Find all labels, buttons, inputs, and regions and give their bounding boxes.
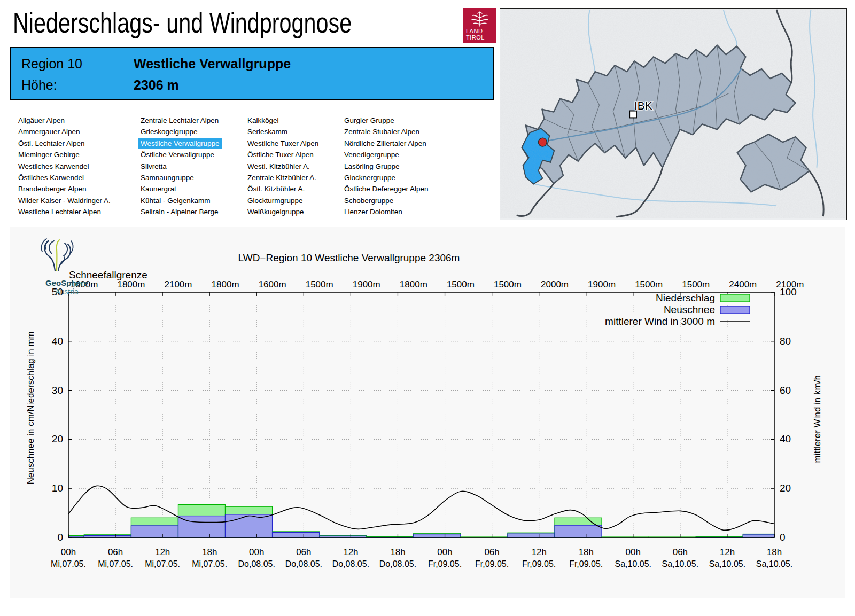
- legend-label: Niederschlag: [656, 292, 715, 303]
- ytick-label-right: 40: [780, 433, 791, 445]
- region-list-item[interactable]: Ammergauer Alpen: [18, 128, 80, 136]
- xtick-time-label: 12h: [155, 547, 170, 557]
- region-list-item[interactable]: Allgäuer Alpen: [18, 116, 65, 124]
- region-list-item[interactable]: Westliche Tuxer Alpen: [247, 139, 318, 147]
- region-list-item[interactable]: Gurgler Gruppe: [344, 116, 394, 124]
- region-list-item-selected[interactable]: Westliche Verwallgruppe: [138, 138, 222, 149]
- xtick-day-label: Mi,07.05.: [192, 559, 227, 568]
- region-list-item[interactable]: Serleskamm: [247, 128, 287, 136]
- snowline-value: 1500m: [447, 279, 475, 290]
- xtick-day-label: Fr,09.05.: [475, 559, 509, 568]
- region-list-item[interactable]: Wilder Kaiser - Waidringer A.: [18, 197, 111, 205]
- snowline-value: 1800m: [212, 279, 239, 290]
- xtick-time-label: 00h: [61, 547, 76, 557]
- region-list-item[interactable]: Östliche Verwallgruppe: [141, 151, 214, 159]
- region-list-item[interactable]: Kühtai - Geigenkamm: [141, 197, 211, 205]
- forecast-page: Niederschlags- und Windprognose LAND TIR…: [0, 0, 855, 616]
- bar-neuschnee: [178, 516, 225, 537]
- region-list-item[interactable]: Mieminger Gebirge: [18, 151, 80, 159]
- ibk-marker: [629, 111, 636, 118]
- region-list-item[interactable]: Kalkkögel: [247, 116, 279, 124]
- bar-neuschnee: [414, 534, 461, 537]
- region-number-label: Region 10: [21, 56, 82, 72]
- region-list-item[interactable]: Zentrale Kitzbühler A.: [247, 174, 316, 182]
- snowline-value: 1800m: [117, 279, 145, 290]
- snowline-value: 1900m: [353, 279, 380, 290]
- geosphere-icon: [39, 238, 76, 273]
- xtick-time-label: 06h: [108, 547, 123, 557]
- legend-label: mittlerer Wind in 3000 m: [605, 316, 715, 327]
- xtick-time-label: 18h: [579, 547, 594, 557]
- region-list-item[interactable]: Glockturmgruppe: [247, 197, 303, 205]
- region-list-item[interactable]: Glocknergruppe: [344, 174, 395, 182]
- bar-neuschnee: [508, 534, 555, 537]
- xtick-time-label: 12h: [720, 547, 735, 557]
- xtick-day-label: Do,08.05.: [379, 559, 416, 568]
- hoehe-label: Höhe:: [21, 77, 57, 93]
- bar-neuschnee: [555, 525, 602, 537]
- region-list-column: Zentrale Lechtaler AlpenGrieskogelgruppe…: [141, 115, 222, 218]
- snowline-value: 1500m: [682, 279, 710, 290]
- ytick-label-right: 60: [780, 385, 791, 396]
- region-list-item[interactable]: Sellrain - Alpeiner Berge: [141, 208, 219, 216]
- legend-swatch: [720, 294, 750, 302]
- xtick-time-label: 18h: [767, 547, 782, 557]
- tirol-map[interactable]: IBK: [500, 8, 847, 220]
- region-list-column: Allgäuer AlpenAmmergauer AlpenÖstl. Lech…: [18, 115, 111, 218]
- xtick-time-label: 06h: [484, 547, 499, 557]
- region-list-item[interactable]: Östl. Lechtaler Alpen: [18, 139, 85, 147]
- region-list-item[interactable]: Grieskogelgruppe: [141, 128, 198, 136]
- region-list-item[interactable]: Kaunergrat: [141, 185, 176, 193]
- xtick-time-label: 06h: [673, 547, 688, 557]
- geosphere-logo: GeoSphere Austria: [29, 238, 104, 275]
- region-list-item[interactable]: Silvretta: [141, 162, 167, 170]
- ibk-label: IBK: [634, 99, 652, 112]
- region-list-item[interactable]: Schobergruppe: [344, 197, 393, 205]
- region-list-column: KalkkögelSerleskammWestliche Tuxer Alpen…: [247, 115, 318, 218]
- region-list-item[interactable]: Westliches Karwendel: [18, 162, 89, 170]
- region-list-item[interactable]: Östliches Karwendel: [18, 174, 84, 182]
- snowline-value: 1500m: [306, 279, 333, 290]
- region-name-value: Westliche Verwallgruppe: [134, 56, 291, 72]
- snowline-value: 1900m: [588, 279, 616, 290]
- snowline-value: 1500m: [494, 279, 522, 290]
- legend-label: Neuschnee: [664, 304, 715, 315]
- xtick-day-label: Sa,10.05.: [709, 559, 746, 568]
- forecast-chart: LWD−Region 10 Westliche Verwallgruppe 23…: [10, 227, 844, 597]
- region-list-item[interactable]: Lasörling Gruppe: [344, 162, 400, 170]
- region-list-item[interactable]: Brandenberger Alpen: [18, 185, 87, 193]
- tirol-map-svg: IBK: [500, 9, 845, 218]
- xtick-day-label: Do,08.05.: [332, 559, 369, 568]
- land-tirol-logo: LAND TIROL: [463, 8, 496, 43]
- ytick-label-left: 0: [57, 532, 63, 543]
- tirol-eagle-icon: [470, 10, 489, 28]
- bar-neuschnee: [273, 532, 320, 537]
- xtick-time-label: 12h: [531, 547, 546, 557]
- region-list-item[interactable]: Weißkugelgruppe: [247, 208, 304, 216]
- region-list-item[interactable]: Östliche Deferegger Alpen: [344, 185, 429, 193]
- region-list-item[interactable]: Zentrale Lechtaler Alpen: [141, 116, 219, 124]
- region-list-item[interactable]: Östliche Tuxer Alpen: [247, 151, 314, 159]
- region-list-item[interactable]: Östl. Kitzbühler A.: [247, 185, 305, 193]
- xtick-time-label: 18h: [390, 547, 405, 557]
- snowline-value: 1600m: [259, 279, 286, 290]
- xtick-time-label: 00h: [626, 547, 641, 557]
- region-list-item[interactable]: Nördliche Zillertaler Alpen: [344, 139, 426, 147]
- region-list-item[interactable]: Lienzer Dolomiten: [344, 208, 402, 216]
- xtick-time-label: 00h: [249, 547, 264, 557]
- xtick-day-label: Do,08.05.: [285, 559, 322, 568]
- chart-title: LWD−Region 10 Westliche Verwallgruppe 23…: [238, 252, 460, 263]
- region-list-item[interactable]: Westliche Lechtaler Alpen: [18, 208, 101, 216]
- xtick-day-label: Fr,09.05.: [428, 559, 462, 568]
- ytick-label-left: 40: [52, 336, 63, 347]
- snowline-value: 1500m: [635, 279, 663, 290]
- region-list-item[interactable]: Samnaungruppe: [141, 174, 194, 182]
- ytick-label-right: 20: [780, 482, 791, 494]
- xtick-day-label: Mi,07.05.: [98, 559, 133, 568]
- ytick-label-left: 30: [52, 385, 63, 396]
- region-list-item[interactable]: Zentrale Stubaier Alpen: [344, 128, 419, 136]
- region-list-item[interactable]: Westl. Kitzbühler A.: [247, 162, 310, 170]
- xtick-time-label: 12h: [343, 547, 358, 557]
- region-list-item[interactable]: Venedigergruppe: [344, 151, 399, 159]
- y-axis-title-right: mittlerer Wind in km/h: [812, 375, 822, 463]
